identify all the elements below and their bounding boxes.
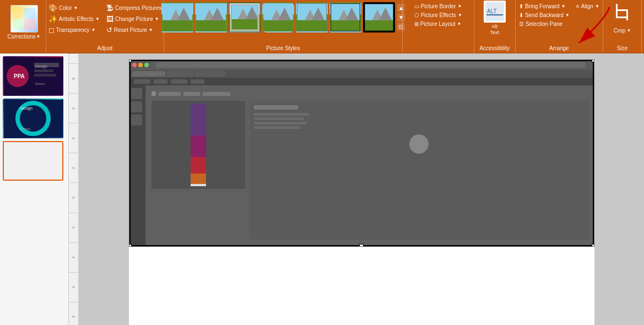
svg-text:Bellum: Bellum <box>35 82 45 85</box>
handle-bc[interactable] <box>359 244 364 247</box>
ruler-v-mark-6: 6 <box>69 94 78 123</box>
style-thumb-6[interactable] <box>329 2 361 32</box>
svg-rect-1 <box>13 8 24 19</box>
style-thumb-3[interactable] <box>229 2 261 32</box>
browser-maximize <box>144 63 149 67</box>
ruler-v-mark-n6: 6 <box>69 273 78 302</box>
send-backward-icon: ⬇ <box>519 12 523 18</box>
bring-forward-icon: ⬆ <box>519 3 523 9</box>
picture-border-icon: ▭ <box>414 3 419 9</box>
page-body <box>129 85 594 246</box>
align-icon: ≡ <box>576 3 580 9</box>
align-label: Align <box>581 3 593 9</box>
info-line-2 <box>254 117 304 120</box>
align-arrow[interactable]: ▼ <box>595 4 599 9</box>
svg-text:PPA: PPA <box>14 73 25 79</box>
picture-border-button[interactable]: ▭ Picture Border ▼ <box>412 2 464 10</box>
reset-label: Reset Picture <box>114 27 147 33</box>
arrange-col: ⬆ Bring Forward ▼ ⬇ Send Backward ▼ ☰ Se… <box>517 2 572 28</box>
color-arrow[interactable]: ▼ <box>74 6 78 10</box>
ruler-v-mark-4: 4 <box>69 123 78 153</box>
crop-button-area: Crop ▼ <box>611 3 634 41</box>
corrections-group: Corrections ▼ <box>2 0 46 53</box>
ruler-v-mark-0: 0 <box>69 183 78 213</box>
handle-bl[interactable] <box>129 244 132 247</box>
style-thumb-2[interactable] <box>195 2 227 32</box>
svg-rect-43 <box>617 9 628 11</box>
picture-effects-arrow[interactable]: ▼ <box>458 13 462 18</box>
alt-text-label: AltText <box>490 24 499 36</box>
breadcrumb-3 <box>203 92 230 96</box>
transparency-label: Transparency <box>56 27 90 33</box>
crop-label-row[interactable]: Crop ▼ <box>614 28 631 34</box>
browser-minimize <box>138 63 143 67</box>
style-thumbnails <box>161 2 395 32</box>
adjust-items: 🎨 Color ▼ ✨ Artistic Effects ▼ ◻ Transpa… <box>47 2 164 42</box>
picture-layout-button[interactable]: ⊞ Picture Layout ▼ <box>412 20 464 28</box>
bar-red <box>191 157 206 173</box>
transparency-button[interactable]: ◻ Transparency ▼ <box>47 25 101 35</box>
ruler-v-mark-2: 2 <box>69 153 78 183</box>
artistic-effects-button[interactable]: ✨ Artistic Effects ▼ <box>47 14 101 24</box>
corrections-label-row[interactable]: Corrections ▼ <box>7 34 40 40</box>
bring-forward-arrow[interactable]: ▼ <box>561 4 566 9</box>
bring-forward-button[interactable]: ⬆ Bring Forward ▼ <box>517 2 572 10</box>
bar-dark-purple <box>191 136 206 157</box>
compress-pictures-button[interactable]: 🗜 Compress Pictures <box>105 3 163 13</box>
crop-arrow[interactable]: ▼ <box>626 28 631 33</box>
artistic-icon: ✨ <box>48 15 57 23</box>
color-label: Color <box>59 5 72 11</box>
svg-rect-10 <box>196 20 226 31</box>
picture-layout-arrow[interactable]: ▼ <box>457 21 462 26</box>
info-line-4 <box>254 126 301 129</box>
main-area: PPA Design Bellum Design Bellum <box>0 53 644 325</box>
arrange-col-2: ≡ Align ▼ <box>574 2 602 28</box>
artistic-arrow[interactable]: ▼ <box>95 17 100 21</box>
slide-thumb-1[interactable]: PPA Design Bellum <box>3 56 63 96</box>
send-backward-arrow[interactable]: ▼ <box>565 13 570 18</box>
corrections-arrow[interactable]: ▼ <box>36 34 41 39</box>
slide-thumb-2[interactable]: Design Bellum <box>3 99 63 138</box>
reset-picture-button[interactable]: ↺ Reset Picture ▼ <box>105 25 163 35</box>
picture-effects-icon: ⬡ <box>414 12 419 18</box>
svg-text:Design: Design <box>20 106 33 111</box>
handle-tr[interactable] <box>592 59 594 62</box>
style-thumb-5[interactable] <box>296 2 328 32</box>
compress-icon: 🗜 <box>106 4 113 12</box>
alt-text-button[interactable]: ALT AltText <box>484 1 506 44</box>
picture-border-arrow[interactable]: ▼ <box>458 4 462 9</box>
arrange-group: ⬆ Bring Forward ▼ ⬇ Send Backward ▼ ☰ Se… <box>516 0 603 53</box>
picture-effects-button[interactable]: ⬡ Picture Effects ▼ <box>412 11 464 19</box>
content-left-box <box>151 101 245 189</box>
change-picture-arrow[interactable]: ▼ <box>155 17 159 21</box>
info-line-1 <box>254 113 309 116</box>
svg-rect-3 <box>13 19 24 30</box>
svg-text:ALT: ALT <box>487 8 497 14</box>
sidebar-icon-1 <box>131 88 142 99</box>
reset-arrow[interactable]: ▼ <box>149 28 153 32</box>
align-button[interactable]: ≡ Align ▼ <box>574 2 602 10</box>
style-thumb-1[interactable] <box>161 2 193 32</box>
slide-thumb-3[interactable] <box>3 141 63 181</box>
crop-svg[interactable] <box>611 3 634 25</box>
toolbar-bar <box>129 78 594 85</box>
breadcrumb-icon <box>151 91 156 96</box>
corrections-button[interactable] <box>10 5 38 32</box>
handle-tl[interactable] <box>129 59 132 62</box>
chart-area <box>151 101 245 189</box>
slide-canvas[interactable] <box>129 59 594 247</box>
size-label: Size <box>617 45 627 51</box>
accessibility-group: ALT AltText Accessibility <box>474 0 516 53</box>
transparency-arrow[interactable]: ▼ <box>91 28 95 32</box>
bar-chart <box>191 104 206 186</box>
style-thumb-4[interactable] <box>262 2 294 32</box>
send-backward-button[interactable]: ⬇ Send Backward ▼ <box>517 11 572 19</box>
style-thumb-7[interactable] <box>363 2 395 32</box>
tab-1 <box>132 71 165 77</box>
handle-br[interactable] <box>592 244 594 247</box>
alt-text-icon: ALT <box>484 1 506 23</box>
selection-pane-button[interactable]: ☰ Selection Pane <box>517 20 572 28</box>
main-content <box>146 85 594 246</box>
color-button[interactable]: 🎨 Color ▼ <box>47 3 101 13</box>
change-picture-button[interactable]: 🖼 Change Picture ▼ <box>105 14 163 24</box>
